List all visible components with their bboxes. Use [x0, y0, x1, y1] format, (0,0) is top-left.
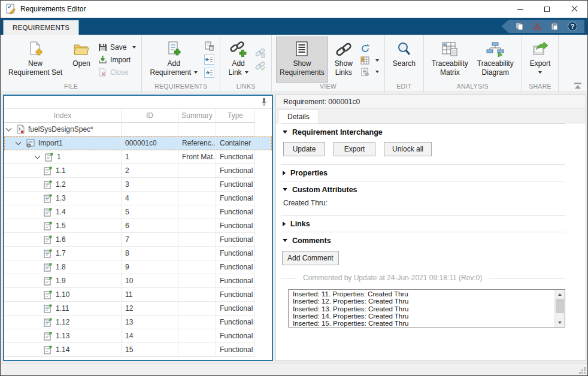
resize-grip[interactable] — [578, 366, 586, 374]
import-node-icon — [26, 138, 35, 148]
section-header-custom-attributes[interactable]: Custom Attributes — [281, 181, 565, 198]
promote-requirement-button[interactable] — [203, 54, 216, 65]
section-header-properties[interactable]: Properties — [281, 165, 565, 181]
traceability-diagram-button[interactable]: Traceability Diagram — [474, 37, 517, 83]
panel-toolbar-strip — [4, 96, 272, 109]
add-comment-button[interactable]: Add Comment — [282, 251, 339, 265]
traceability-matrix-button[interactable]: Traceability Matrix — [428, 37, 472, 83]
scrollbar-thumb[interactable] — [556, 299, 564, 313]
table-row[interactable]: 1.56Functional — [4, 219, 272, 233]
promote-requirement-icon — [204, 54, 214, 65]
scroll-down-icon[interactable] — [555, 318, 565, 327]
export-details-button[interactable]: Export — [334, 142, 375, 156]
close-file-button[interactable]: Close — [97, 67, 137, 78]
export-button[interactable]: Export — [526, 37, 554, 83]
export-dropdown-icon — [538, 71, 542, 74]
requirement-icon — [44, 345, 53, 354]
paste-icon[interactable] — [550, 22, 559, 31]
update-button[interactable]: Update — [283, 142, 325, 156]
chevron-down-icon[interactable] — [16, 140, 22, 145]
ribbon-group-view: Show Requirements Show Links — [272, 35, 385, 92]
group-label-edit: EDIT — [385, 83, 423, 92]
ribbon-tabstrip: REQUIREMENTS ? — [1, 18, 587, 35]
save-icon — [98, 43, 107, 51]
unlock-all-button[interactable]: Unlock all — [384, 142, 432, 156]
clean-links-button[interactable] — [254, 60, 267, 71]
table-row[interactable]: 1.78Functional — [4, 247, 272, 260]
copy-icon[interactable] — [516, 22, 524, 31]
window-title: Requirements Editor — [20, 5, 507, 13]
ribbon-group-requirements: Add Requirement — [142, 35, 220, 92]
comment-box[interactable]: Inserted: 11. Properties: Created Thru I… — [288, 289, 565, 328]
search-button[interactable]: Search — [389, 37, 419, 83]
requirement-icon — [44, 235, 53, 244]
pin-icon[interactable] — [261, 98, 267, 107]
section-header-comments[interactable]: Comments — [281, 232, 565, 248]
group-label-links: LINKS — [220, 83, 271, 92]
scroll-up-icon[interactable] — [555, 290, 565, 299]
table-row[interactable]: 1.23Functional — [4, 178, 272, 192]
open-button[interactable]: Open — [68, 37, 95, 83]
quick-access-toolbar: ? — [501, 20, 584, 33]
report-button[interactable] — [359, 67, 380, 77]
search-icon — [396, 41, 412, 57]
traceability-matrix-icon — [441, 41, 458, 57]
cut-icon[interactable] — [533, 22, 541, 31]
show-links-button[interactable]: Show Links — [330, 37, 357, 83]
show-requirements-button[interactable]: Show Requirements — [276, 37, 328, 83]
close-button[interactable] — [560, 1, 587, 17]
table-row[interactable]: 1.1314Functional — [4, 329, 272, 343]
collapse-ribbon-button[interactable] — [573, 82, 583, 89]
table-row[interactable]: 1.1415Functional — [4, 343, 272, 357]
table-row[interactable]: 1.89Functional — [4, 260, 272, 274]
new-requirement-set-button[interactable]: New Requirement Set — [5, 37, 66, 83]
import-button[interactable]: Import — [97, 54, 137, 65]
table-row[interactable]: fuelSysDesignSpec* — [4, 123, 272, 137]
table-row[interactable]: 1.34Functional — [4, 192, 272, 205]
section-header-interchange[interactable]: Requirement Interchange — [281, 124, 565, 140]
add-requirement-button[interactable]: Add Requirement — [146, 37, 201, 83]
column-header-type[interactable]: Type — [216, 109, 255, 123]
section-header-links[interactable]: Links — [281, 216, 565, 232]
tab-requirements[interactable]: REQUIREMENTS — [3, 20, 79, 35]
add-link-button[interactable]: Add Link — [225, 37, 252, 83]
table-row[interactable]: 1.1011Functional — [4, 288, 272, 302]
help-icon[interactable]: ? — [568, 22, 577, 31]
requirement-set-icon — [16, 125, 25, 134]
table-row-selected[interactable]: Import1 000001c0 Referenc... Container — [4, 137, 272, 150]
columns-button[interactable] — [359, 56, 380, 65]
column-header-id[interactable]: ID — [122, 109, 178, 123]
add-link-dropdown-icon — [245, 71, 248, 74]
table-row[interactable]: 1.67Functional — [4, 233, 272, 247]
collapse-triangle-icon — [283, 188, 287, 191]
save-button[interactable]: Save — [97, 42, 137, 53]
refresh-button[interactable] — [359, 43, 380, 54]
report-icon — [360, 68, 369, 76]
comment-scrollbar[interactable] — [554, 290, 565, 327]
minimize-button[interactable] — [507, 1, 534, 17]
delete-link-button[interactable] — [254, 48, 267, 59]
table-row[interactable]: 1.45Functional — [4, 205, 272, 219]
details-sections: Requirement Interchange Update Export Un… — [276, 123, 586, 328]
demote-requirement-button[interactable] — [203, 67, 216, 78]
demote-requirement-icon — [204, 68, 214, 78]
table-row[interactable]: 1.1213Functional — [4, 316, 272, 329]
expand-triangle-icon — [283, 171, 286, 175]
comment-byline: Commented by Update at 24-Jun-2021 09:18… — [281, 274, 565, 282]
column-header-index[interactable]: Index — [4, 109, 122, 123]
table-row[interactable]: 1.12Functional — [4, 164, 272, 178]
delete-requirement-button[interactable] — [203, 41, 216, 52]
requirement-icon — [44, 290, 53, 299]
chevron-down-icon[interactable] — [35, 153, 41, 159]
new-requirement-set-icon — [28, 41, 43, 57]
table-row[interactable]: 1 1 Front Mat... Functional — [4, 150, 272, 164]
maximize-button[interactable] — [534, 1, 560, 17]
ribbon-group-file: New Requirement Set Open — [1, 35, 142, 92]
section-requirement-interchange: Requirement Interchange Update Export Un… — [281, 123, 565, 156]
table-row[interactable]: 1.910Functional — [4, 274, 272, 288]
columns-icon — [360, 56, 369, 65]
tab-details[interactable]: Details — [278, 109, 319, 123]
table-row[interactable]: 1.1112Functional — [4, 302, 272, 316]
column-header-summary[interactable]: Summary — [178, 109, 216, 123]
chevron-down-icon[interactable] — [6, 126, 12, 132]
